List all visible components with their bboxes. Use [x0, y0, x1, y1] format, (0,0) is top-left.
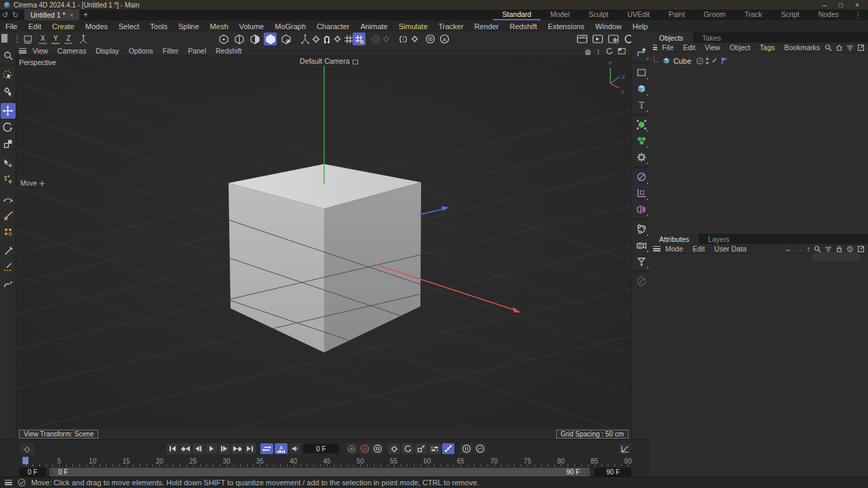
current-frame-field[interactable]: 0 F [303, 444, 339, 453]
expand-panel-icon[interactable] [857, 245, 865, 253]
next-key-button[interactable] [231, 443, 243, 454]
key-scale-button[interactable] [415, 443, 427, 454]
spline-pen-icon[interactable] [633, 45, 650, 61]
symmetry-settings-gear-icon[interactable] [408, 33, 421, 45]
menu-item[interactable]: Character [311, 22, 355, 30]
fcurve-editor-button[interactable] [618, 443, 631, 454]
menu-item[interactable]: Animate [355, 22, 393, 30]
viewport-menu-item[interactable]: Options [124, 47, 158, 55]
render-view-icon[interactable] [576, 33, 589, 45]
rotate-view-icon[interactable] [605, 47, 613, 55]
sound-toggle-button[interactable] [289, 443, 300, 454]
scale-tool-icon[interactable] [1, 136, 16, 151]
panel-tab[interactable]: Layers [698, 234, 739, 244]
cube-object[interactable] [229, 164, 421, 352]
menu-item[interactable]: Redshift [504, 22, 542, 30]
viewport-menu-item[interactable]: Redshift [211, 47, 247, 55]
autokey-scope-icon[interactable]: A [438, 33, 451, 45]
menu-item[interactable]: Spline [173, 22, 205, 30]
minimize-button[interactable]: – [816, 1, 833, 9]
menu-item[interactable]: Render [469, 22, 504, 30]
key-pla-button[interactable] [442, 443, 454, 454]
key-rotation-button[interactable] [401, 443, 414, 454]
attributes-menu-hamburger-icon[interactable] [653, 246, 660, 251]
text-object-icon[interactable]: T [633, 97, 650, 113]
layout-tab[interactable]: Paint [659, 9, 694, 20]
toolbar-drag-handle[interactable] [16, 35, 18, 43]
document-tab[interactable]: Untitled 1 * × [24, 9, 79, 20]
objects-menu-item[interactable]: Edit [678, 43, 700, 52]
goto-start-button[interactable] [167, 443, 178, 454]
new-tab-button[interactable]: + [79, 9, 92, 20]
cube-primitive-icon[interactable] [633, 81, 650, 97]
volume-builder-icon[interactable] [633, 221, 650, 237]
layout-overflow-button[interactable]: ⋮ [848, 9, 868, 20]
generator-gear-icon[interactable] [633, 149, 650, 165]
move-tool-icon[interactable] [1, 103, 16, 119]
previous-key-button[interactable] [180, 443, 191, 454]
previous-frame-button[interactable] [193, 443, 204, 454]
menu-item[interactable]: MoGraph [269, 22, 311, 30]
object-name[interactable]: Cube [673, 57, 691, 65]
lock-icon[interactable] [835, 245, 843, 253]
lock-z-axis-button[interactable]: Z [63, 33, 74, 45]
lock-y-axis-button[interactable]: Y [50, 33, 61, 45]
goto-end-button[interactable] [244, 443, 256, 454]
cloner-icon[interactable] [633, 133, 650, 149]
viewport-menu-item[interactable]: Cameras [53, 47, 92, 55]
points-mode-icon[interactable] [217, 33, 230, 45]
objects-menu-item[interactable]: File [657, 43, 678, 52]
quantize-playback-button[interactable]: A [275, 443, 288, 454]
layout-tab[interactable]: Model [540, 9, 579, 20]
orientation-gizmo[interactable]: Y Z X [608, 60, 625, 95]
camera-menu-icon[interactable] [353, 60, 358, 64]
layout-tab[interactable]: Nodes [809, 9, 848, 20]
close-button[interactable]: × [849, 1, 865, 9]
viewport-menu-item[interactable]: Filter [158, 47, 183, 55]
camera-label[interactable]: Default Camera [300, 57, 358, 65]
menu-item[interactable]: Help [627, 22, 654, 30]
range-grip-right[interactable] [585, 469, 589, 475]
status-menu-hamburger-icon[interactable] [5, 480, 12, 485]
quantize-grid-icon[interactable] [353, 33, 366, 45]
panel-tab[interactable]: Attributes [650, 234, 698, 244]
timeline-ruler[interactable]: 051015202530354045505560657075808590 [23, 457, 631, 466]
keying-settings-button[interactable] [372, 443, 383, 454]
layout-tab[interactable]: Sculpt [579, 9, 618, 20]
menu-item[interactable]: Select [113, 22, 145, 30]
range-start-field[interactable]: 0 F [19, 468, 46, 476]
next-frame-button[interactable] [218, 443, 230, 454]
enabled-check-icon[interactable]: ✓ [711, 56, 717, 65]
coordinate-system-icon[interactable] [77, 33, 90, 45]
dolly-view-icon[interactable]: ↕ [597, 47, 601, 55]
home-icon[interactable] [835, 44, 843, 52]
search-icon[interactable] [814, 245, 821, 253]
null-object-icon[interactable] [633, 185, 650, 201]
layout-tab[interactable]: Script [772, 9, 809, 20]
menu-item[interactable]: Tools [144, 22, 173, 30]
menu-item[interactable]: Volume [234, 22, 270, 30]
menu-item[interactable]: Window [590, 22, 627, 30]
keyframe-interpolation-button[interactable] [474, 443, 486, 454]
object-mode-icon[interactable] [264, 33, 277, 45]
edit-toggle-icon[interactable] [696, 58, 703, 64]
range-end-field[interactable]: 90 F [595, 468, 631, 476]
view-label[interactable]: Perspective [19, 58, 56, 66]
history-back-icon[interactable]: ← [785, 245, 793, 253]
knife-tool-icon[interactable] [1, 243, 16, 259]
menu-item[interactable]: Mesh [205, 22, 234, 30]
redo-button[interactable]: ↻ [10, 9, 20, 20]
menu-item[interactable]: Simulate [393, 22, 433, 30]
panel-tab[interactable]: Objects [650, 33, 693, 43]
dock-handle[interactable] [1, 34, 7, 43]
field-icon[interactable] [633, 169, 650, 185]
viewport-menu-item[interactable]: Panel [183, 47, 211, 55]
range-grip-left[interactable] [51, 469, 54, 475]
history-forward-icon[interactable]: → [796, 245, 804, 253]
key-position-button[interactable] [388, 443, 400, 454]
stage-object-icon[interactable] [633, 253, 650, 270]
polygon-points-tool-icon[interactable] [1, 224, 16, 239]
menu-item[interactable]: Tracker [433, 22, 469, 30]
viewport-solo-icon[interactable] [424, 33, 437, 45]
parent-up-icon[interactable]: ↑ [807, 245, 811, 253]
